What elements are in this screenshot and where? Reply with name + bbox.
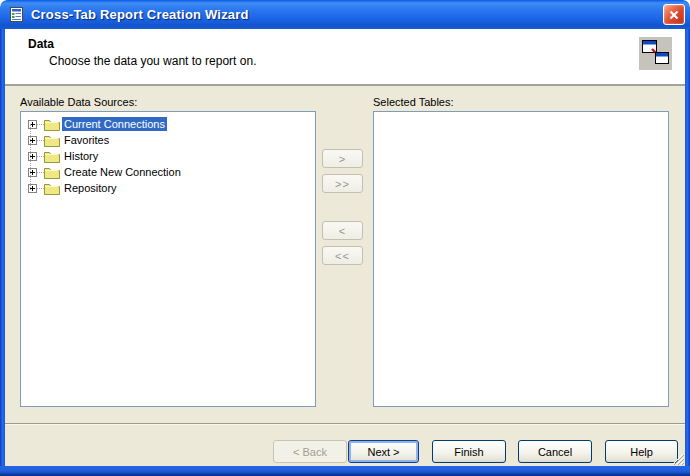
tree-item-create-new-connection[interactable]: Create New Connection xyxy=(23,164,313,180)
add-one-button[interactable]: > xyxy=(322,149,363,168)
footer-separator xyxy=(5,423,685,425)
window-border-left xyxy=(0,29,5,476)
folder-icon xyxy=(44,118,60,131)
window-border-bottom xyxy=(0,466,690,476)
help-button[interactable]: Help xyxy=(605,440,678,463)
selected-tables-list[interactable] xyxy=(373,111,669,407)
tree-item-repository[interactable]: Repository xyxy=(23,180,313,196)
add-all-button[interactable]: >> xyxy=(322,174,363,193)
step-subtitle: Choose the data you want to report on. xyxy=(49,54,256,68)
window-border-right xyxy=(685,29,690,476)
back-button[interactable]: < Back xyxy=(273,440,347,463)
selected-tables-label: Selected Tables: xyxy=(373,96,454,108)
tree-item-label[interactable]: Current Connections xyxy=(62,117,167,131)
tree-dotted-connector xyxy=(37,172,44,173)
titlebar[interactable]: Cross-Tab Report Creation Wizard xyxy=(0,0,690,29)
available-sources-label: Available Data Sources: xyxy=(20,96,137,108)
tree-item-label[interactable]: Repository xyxy=(62,181,119,195)
cancel-button[interactable]: Cancel xyxy=(518,440,592,463)
tree-connector-line xyxy=(30,124,31,190)
tree-item-history[interactable]: History xyxy=(23,148,313,164)
wizard-dialog: Cross-Tab Report Creation Wizard Data Ch… xyxy=(0,0,690,476)
wizard-header: Data Choose the data you want to report … xyxy=(5,29,685,84)
folder-icon xyxy=(44,150,60,163)
header-separator xyxy=(0,84,690,86)
folder-icon xyxy=(44,182,60,195)
tree-dotted-connector xyxy=(37,188,44,189)
tree-item-favorites[interactable]: Favorites xyxy=(23,132,313,148)
tree-dotted-connector xyxy=(37,156,44,157)
tree-item-label[interactable]: History xyxy=(62,149,100,163)
tree-item-label[interactable]: Favorites xyxy=(62,133,111,147)
resize-grip[interactable] xyxy=(671,452,684,465)
report-document-icon xyxy=(8,6,25,23)
next-button[interactable]: Next > xyxy=(348,440,419,463)
remove-all-button[interactable]: << xyxy=(322,246,363,265)
tree-item-current-connections[interactable]: Current Connections xyxy=(23,116,313,132)
remove-one-button[interactable]: < xyxy=(322,221,363,240)
close-icon[interactable] xyxy=(663,4,685,25)
window-title: Cross-Tab Report Creation Wizard xyxy=(31,7,663,22)
finish-button[interactable]: Finish xyxy=(432,440,506,463)
available-sources-tree[interactable]: Current Connections Favorites History xyxy=(20,111,316,407)
step-title: Data xyxy=(28,37,54,51)
tree-dotted-connector xyxy=(37,124,44,125)
tree-dotted-connector xyxy=(37,140,44,141)
folder-icon xyxy=(44,166,60,179)
folder-icon xyxy=(44,134,60,147)
tree-item-label[interactable]: Create New Connection xyxy=(62,165,183,179)
crosstab-icon xyxy=(639,37,672,70)
